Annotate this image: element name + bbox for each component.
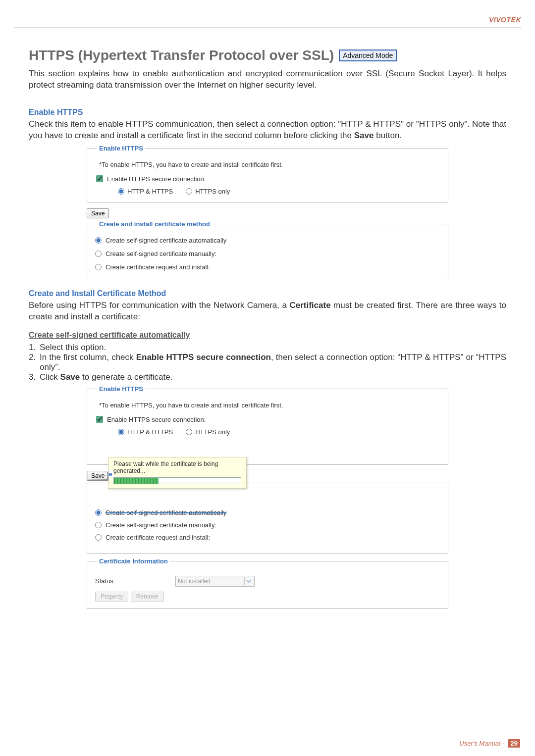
- status-select[interactable]: Not installed: [175, 576, 255, 587]
- enable-https-legend-2: Enable HTTPS: [97, 385, 145, 393]
- cert-manual-2[interactable]: Create self-signed certificate manually:: [95, 521, 440, 529]
- cert-auto-2[interactable]: Create self-signed certificate automatic…: [95, 509, 440, 516]
- enable-https-group-2: Enable HTTPS *To enable HTTPS, you have …: [87, 385, 448, 465]
- enable-https-checkbox-row[interactable]: Enable HTTPS secure connection:: [96, 175, 440, 183]
- enable-https-group: Enable HTTPS *To enable HTTPS, you have …: [87, 145, 448, 202]
- status-label: Status:: [95, 577, 169, 585]
- title-text: HTTPS (Hypertext Transfer Protocol over …: [29, 48, 334, 63]
- status-value: Not installed: [178, 578, 211, 585]
- enable-https-checkbox-label: Enable HTTPS secure connection:: [107, 175, 206, 183]
- property-button: Property: [95, 592, 128, 602]
- enable-https-checkbox-2[interactable]: [96, 416, 103, 423]
- screenshot-generating: Enable HTTPS *To enable HTTPS, you have …: [87, 385, 448, 613]
- subheading-auto: Create self-signed certificate automatic…: [29, 331, 506, 340]
- cert-auto[interactable]: Create self-signed certificate automatic…: [95, 237, 440, 244]
- screenshot-enable-https: Enable HTTPS *To enable HTTPS, you have …: [87, 145, 448, 283]
- cert-method-group: Create and install certificate method Cr…: [87, 220, 448, 279]
- section-enable-heading: Enable HTTPS: [29, 108, 506, 117]
- radio-https-only-2[interactable]: HTTPS only: [186, 428, 230, 436]
- cert-method-group-2: Create self-signed certificate automatic…: [87, 483, 448, 554]
- enable-https-checkbox[interactable]: [96, 175, 103, 182]
- save-button-2[interactable]: Save: [87, 471, 109, 481]
- section-cert-text: Before using HTTPS for communication wit…: [29, 300, 506, 323]
- radio-http-https[interactable]: HTTP & HTTPS: [118, 188, 173, 195]
- chevron-down-icon: [244, 577, 252, 585]
- step-3: Click Save to generate a certificate.: [40, 372, 506, 382]
- cert-info-legend: Certificate Information: [97, 557, 170, 565]
- enable-https-checkbox-row-2[interactable]: Enable HTTPS secure connection:: [96, 416, 440, 423]
- enable-note: *To enable HTTPS, you have to create and…: [99, 161, 440, 168]
- save-button[interactable]: Save: [87, 208, 109, 218]
- section-cert-heading: Create and Install Certificate Method: [29, 289, 506, 298]
- radio-http-https-2[interactable]: HTTP & HTTPS: [118, 428, 173, 436]
- cert-request-2[interactable]: Create certificate request and install:: [95, 534, 440, 541]
- connection-mode-radios-2: HTTP & HTTPS HTTPS only: [118, 428, 440, 436]
- brand: VIVOTEK: [489, 16, 521, 24]
- steps-list: 1.Select this option. 2.In the first col…: [29, 343, 506, 382]
- enable-note-2: *To enable HTTPS, you have to create and…: [99, 402, 440, 409]
- intro-text: This section explains how to enable auth…: [29, 68, 506, 91]
- cert-manual[interactable]: Create self-signed certificate manually:: [95, 250, 440, 257]
- page-title: HTTPS (Hypertext Transfer Protocol over …: [29, 48, 506, 63]
- cert-info-group: Certificate Information Status: Not inst…: [87, 557, 448, 609]
- connection-mode-radios: HTTP & HTTPS HTTPS only: [118, 188, 440, 195]
- cert-request[interactable]: Create certificate request and install:: [95, 263, 440, 271]
- header-bar: VIVOTEK: [14, 16, 521, 28]
- remove-button: Remove: [131, 592, 164, 602]
- cert-method-legend: Create and install certificate method: [97, 220, 212, 228]
- radio-https-only[interactable]: HTTPS only: [186, 188, 230, 195]
- section-enable-text: Check this item to enable HTTPS communic…: [29, 119, 506, 142]
- enable-https-legend: Enable HTTPS: [97, 145, 145, 152]
- step-2: In the first column, check Enable HTTPS …: [40, 353, 506, 372]
- mode-badge: Advanced Mode: [339, 50, 397, 61]
- progress-message: Please wait while the certificate is bei…: [113, 460, 241, 474]
- step-1: Select this option.: [40, 343, 506, 353]
